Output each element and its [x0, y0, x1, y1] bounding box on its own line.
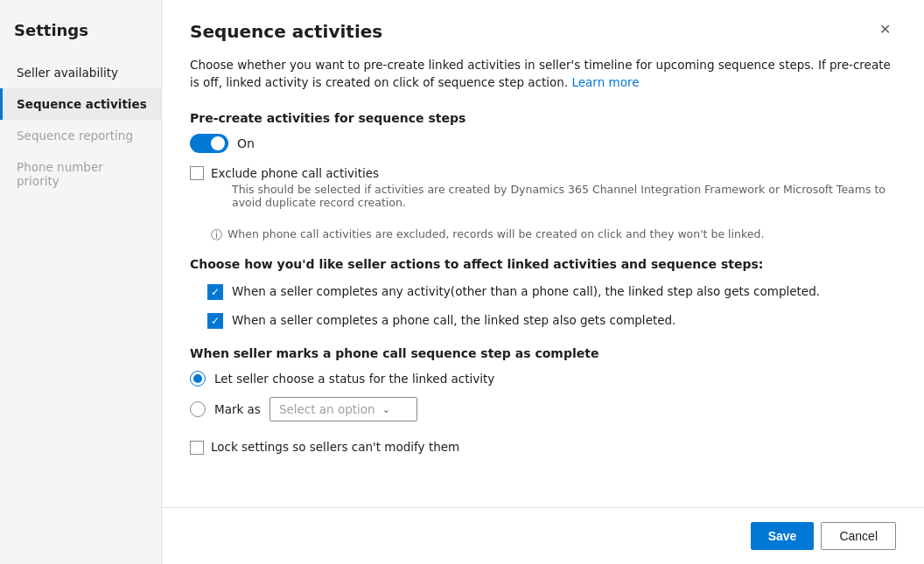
- main-panel: Sequence activities ✕ Choose whether you…: [162, 0, 924, 564]
- lock-settings-checkbox[interactable]: [190, 441, 204, 455]
- close-icon: ✕: [879, 22, 891, 37]
- phone-section-label: When seller marks a phone call sequence …: [190, 346, 896, 360]
- save-button[interactable]: Save: [751, 522, 815, 550]
- pre-create-toggle[interactable]: [190, 134, 228, 153]
- check2-checkbox[interactable]: [207, 313, 223, 329]
- cancel-button[interactable]: Cancel: [821, 522, 896, 550]
- info-icon: ⓘ: [211, 227, 222, 243]
- footer: Save Cancel: [162, 507, 924, 564]
- lock-settings-row: Lock settings so sellers can't modify th…: [190, 439, 896, 456]
- sidebar-item-seller-availability[interactable]: Seller availability: [0, 57, 161, 88]
- exclude-phone-label: Exclude phone call activities: [211, 165, 896, 182]
- description-text: Choose whether you want to pre-create li…: [190, 56, 896, 92]
- sidebar: Settings Seller availability Sequence ac…: [0, 0, 162, 564]
- info-text: When phone call activities are excluded,…: [228, 226, 764, 242]
- radio2-button[interactable]: [190, 401, 206, 417]
- check2-label: When a seller completes a phone call, th…: [232, 312, 676, 329]
- radio1-row: Let seller choose a status for the linke…: [190, 371, 896, 386]
- exclude-phone-subtext: This should be selected if activities ar…: [232, 183, 896, 209]
- panel-title: Sequence activities: [190, 21, 382, 42]
- settings-title: Settings: [0, 14, 161, 57]
- choose-label: Choose how you'd like seller actions to …: [190, 257, 896, 271]
- close-button[interactable]: ✕: [874, 21, 896, 38]
- toggle-on-label: On: [237, 136, 255, 150]
- radio2-row: Mark as Select an option ⌄: [190, 397, 896, 421]
- pre-create-label: Pre-create activities for sequence steps: [190, 111, 896, 125]
- select-placeholder: Select an option: [279, 402, 375, 416]
- mark-as-dropdown[interactable]: Select an option ⌄: [270, 397, 417, 421]
- check1-checkbox[interactable]: [207, 284, 223, 300]
- sidebar-item-sequence-reporting[interactable]: Sequence reporting: [0, 120, 161, 151]
- info-row: ⓘ When phone call activities are exclude…: [211, 226, 896, 243]
- radio1-label: Let seller choose a status for the linke…: [214, 372, 494, 386]
- sidebar-item-sequence-activities[interactable]: Sequence activities: [0, 88, 161, 120]
- choose-section: Choose how you'd like seller actions to …: [190, 257, 896, 329]
- toggle-thumb: [211, 136, 225, 150]
- check1-row: When a seller completes any activity(oth…: [190, 283, 896, 300]
- sidebar-item-phone-number-priority[interactable]: Phone number priority: [0, 151, 161, 197]
- panel-header: Sequence activities ✕: [190, 21, 896, 42]
- radio2-label: Mark as: [214, 402, 261, 416]
- radio1-button[interactable]: [190, 371, 206, 386]
- lock-settings-label: Lock settings so sellers can't modify th…: [211, 439, 459, 456]
- exclude-phone-row: Exclude phone call activities This shoul…: [190, 165, 896, 222]
- chevron-down-icon: ⌄: [382, 404, 390, 415]
- exclude-phone-checkbox[interactable]: [190, 166, 204, 180]
- toggle-row: On: [190, 134, 896, 153]
- learn-more-link[interactable]: Learn more: [571, 75, 639, 89]
- check2-row: When a seller completes a phone call, th…: [190, 312, 896, 329]
- check1-label: When a seller completes any activity(oth…: [232, 283, 820, 300]
